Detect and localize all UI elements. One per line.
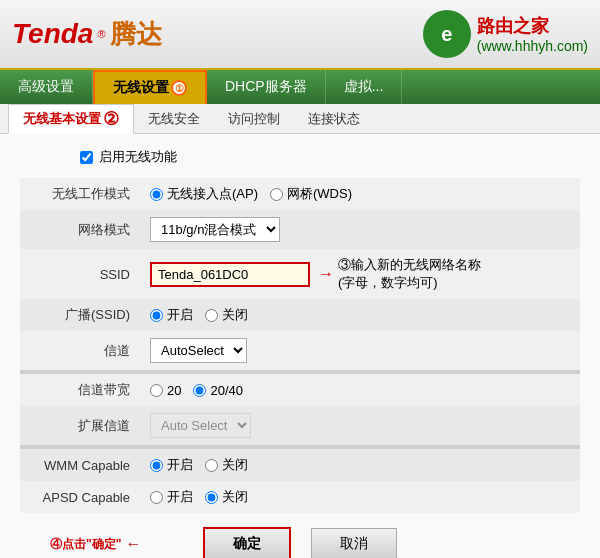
broadcast-off-label[interactable]: 关闭	[205, 306, 248, 324]
wireless-mode-label: 无线工作模式	[20, 178, 140, 210]
sub-nav: 无线基本设置 ② 无线安全 访问控制 连接状态	[0, 104, 600, 134]
wireless-mode-radio-group: 无线接入点(AP) 网桥(WDS)	[150, 185, 352, 203]
tenda-brand: Tenda	[12, 18, 93, 50]
header: Tenda ® 腾达 e 路由之家 (www.hhhyh.com)	[0, 0, 600, 70]
nav-item-dhcp[interactable]: DHCP服务器	[207, 70, 326, 104]
main-content: 启用无线功能 无线工作模式 无线接入点(AP) 网桥(WDS)	[0, 134, 600, 558]
wmm-on-radio[interactable]	[150, 459, 163, 472]
mode-ap-label[interactable]: 无线接入点(AP)	[150, 185, 258, 203]
apsd-on-label[interactable]: 开启	[150, 488, 193, 506]
network-mode-value: 11b/g/n混合模式	[150, 217, 570, 242]
top-nav: 高级设置 无线设置 ① DHCP服务器 虚拟...	[0, 70, 600, 104]
apsd-off-text: 关闭	[222, 488, 248, 506]
nav-item-advanced[interactable]: 高级设置	[0, 70, 93, 104]
confirm-button[interactable]: 确定	[203, 527, 291, 558]
wmm-label: WMM Capable	[20, 449, 140, 481]
sub-nav-arrow: ②	[103, 108, 119, 130]
apsd-label: APSD Capable	[20, 481, 140, 513]
broadcast-on-radio[interactable]	[150, 309, 163, 322]
nav-item-virtual[interactable]: 虚拟...	[326, 70, 403, 104]
site-name: 路由之家	[477, 14, 588, 38]
ssid-row: SSID → ③输入新的无线网络名称 (字母，数字均可)	[20, 249, 580, 299]
wireless-mode-row: 无线工作模式 无线接入点(AP) 网桥(WDS)	[20, 178, 580, 210]
site-info: 路由之家 (www.hhhyh.com)	[477, 14, 588, 54]
nav-badge-wireless: ①	[171, 80, 187, 96]
mode-wds-label[interactable]: 网桥(WDS)	[270, 185, 352, 203]
broadcast-label: 广播(SSID)	[20, 299, 140, 331]
wmm-on-text: 开启	[167, 456, 193, 474]
ssid-label: SSID	[20, 249, 140, 299]
network-mode-row: 网络模式 11b/g/n混合模式	[20, 210, 580, 249]
wmm-row: WMM Capable 开启 关闭	[20, 449, 580, 481]
wmm-radio-group: 开启 关闭	[150, 456, 248, 474]
apsd-radio-group: 开启 关闭	[150, 488, 248, 506]
mode-wds-radio[interactable]	[270, 188, 283, 201]
tengda-brand: 腾达	[110, 17, 162, 52]
ssid-callout-text: ③输入新的无线网络名称 (字母，数字均可)	[338, 256, 481, 292]
bandwidth-2040-text: 20/40	[210, 383, 243, 398]
wmm-off-label[interactable]: 关闭	[205, 456, 248, 474]
logo-left: Tenda ® 腾达	[12, 17, 162, 52]
apsd-row: APSD Capable 开启 关闭	[20, 481, 580, 513]
broadcast-off-radio[interactable]	[205, 309, 218, 322]
mode-ap-text: 无线接入点(AP)	[167, 185, 258, 203]
apsd-off-label[interactable]: 关闭	[205, 488, 248, 506]
broadcast-on-label[interactable]: 开启	[150, 306, 193, 324]
ssid-value-cell: → ③输入新的无线网络名称 (字母，数字均可)	[150, 256, 570, 292]
settings-table: 无线工作模式 无线接入点(AP) 网桥(WDS)	[20, 178, 580, 513]
button-row: ④点击"确定" ← 确定 取消	[20, 527, 580, 558]
bandwidth-label: 信道带宽	[20, 374, 140, 406]
logo-circle-text: e	[441, 23, 452, 46]
sub-nav-security[interactable]: 无线安全	[134, 104, 214, 133]
bottom-callout-arrow: ←	[125, 535, 141, 553]
bandwidth-radio-group: 20 20/40	[150, 383, 243, 398]
broadcast-off-text: 关闭	[222, 306, 248, 324]
wireless-mode-value: 无线接入点(AP) 网桥(WDS)	[150, 185, 570, 203]
ssid-callout-arrow: →	[318, 265, 334, 283]
channel-select[interactable]: AutoSelect 1 2 3	[150, 338, 247, 363]
channel-row: 信道 AutoSelect 1 2 3	[20, 331, 580, 370]
bottom-callout-text: ④点击"确定"	[50, 536, 121, 553]
site-url: (www.hhhyh.com)	[477, 38, 588, 54]
nav-item-wireless[interactable]: 无线设置 ①	[93, 70, 207, 104]
ext-channel-label: 扩展信道	[20, 406, 140, 445]
bandwidth-value: 20 20/40	[150, 383, 570, 398]
channel-value: AutoSelect 1 2 3	[150, 338, 570, 363]
enable-wireless-checkbox[interactable]	[80, 151, 93, 164]
network-mode-select[interactable]: 11b/g/n混合模式	[150, 217, 280, 242]
wmm-off-radio[interactable]	[205, 459, 218, 472]
apsd-value: 开启 关闭	[150, 488, 570, 506]
ssid-callout-line1: ③输入新的无线网络名称	[338, 256, 481, 274]
enable-wireless-label[interactable]: 启用无线功能	[99, 148, 177, 166]
ext-channel-select: Auto Select	[150, 413, 251, 438]
apsd-on-text: 开启	[167, 488, 193, 506]
broadcast-value: 开启 关闭	[150, 306, 570, 324]
ssid-callout-line2: (字母，数字均可)	[338, 274, 481, 292]
enable-wireless-row: 启用无线功能	[20, 148, 580, 166]
bottom-callout: ④点击"确定" ←	[50, 535, 141, 553]
apsd-off-radio[interactable]	[205, 491, 218, 504]
broadcast-on-text: 开启	[167, 306, 193, 324]
apsd-on-radio[interactable]	[150, 491, 163, 504]
bandwidth-20-label[interactable]: 20	[150, 383, 181, 398]
sub-nav-access[interactable]: 访问控制	[214, 104, 294, 133]
ssid-input[interactable]	[150, 262, 310, 287]
broadcast-row: 广播(SSID) 开启 关闭	[20, 299, 580, 331]
wmm-off-text: 关闭	[222, 456, 248, 474]
bandwidth-2040-radio[interactable]	[193, 384, 206, 397]
sub-nav-status[interactable]: 连接状态	[294, 104, 374, 133]
sub-nav-basic[interactable]: 无线基本设置 ②	[8, 104, 134, 134]
bandwidth-2040-label[interactable]: 20/40	[193, 383, 243, 398]
logo-right: e 路由之家 (www.hhhyh.com)	[423, 10, 588, 58]
channel-label: 信道	[20, 331, 140, 370]
ext-channel-row: 扩展信道 Auto Select	[20, 406, 580, 445]
broadcast-radio-group: 开启 关闭	[150, 306, 248, 324]
wmm-value: 开启 关闭	[150, 456, 570, 474]
network-mode-label: 网络模式	[20, 210, 140, 249]
wmm-on-label[interactable]: 开启	[150, 456, 193, 474]
cancel-button[interactable]: 取消	[311, 528, 397, 558]
ssid-callout: → ③输入新的无线网络名称 (字母，数字均可)	[318, 256, 481, 292]
bandwidth-20-radio[interactable]	[150, 384, 163, 397]
mode-ap-radio[interactable]	[150, 188, 163, 201]
bandwidth-20-text: 20	[167, 383, 181, 398]
